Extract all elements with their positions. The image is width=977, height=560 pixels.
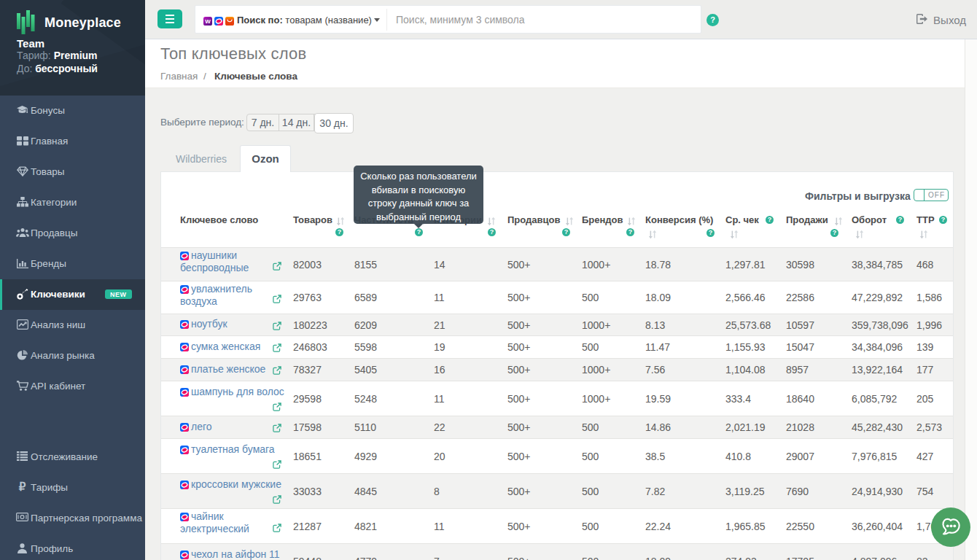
svg-text:W: W — [205, 18, 211, 25]
